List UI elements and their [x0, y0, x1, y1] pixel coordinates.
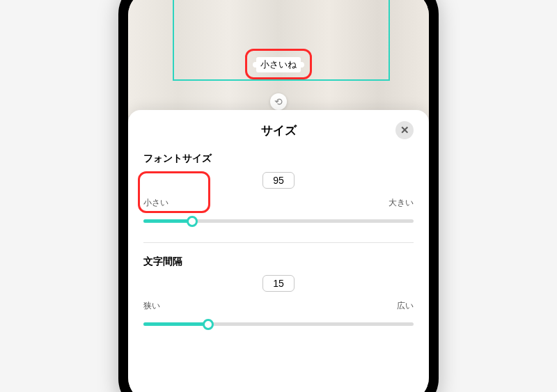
text-element[interactable]: 小さいね — [256, 57, 301, 72]
phone-screen: 小さいね ⟲ サイズ ✕ フォントサイズ 95 小さい 大きい — [128, 0, 429, 392]
slider-thumb[interactable] — [203, 319, 214, 330]
rotate-handle[interactable]: ⟲ — [270, 93, 287, 110]
font-size-value[interactable]: 95 — [262, 172, 295, 189]
letter-spacing-max-label: 広い — [397, 300, 414, 312]
slider-fill — [143, 322, 208, 326]
rotate-icon: ⟲ — [274, 96, 283, 107]
letter-spacing-min-label: 狭い — [143, 300, 160, 312]
font-size-section: フォントサイズ 95 小さい 大きい — [143, 152, 414, 230]
letter-spacing-section: 文字間隔 15 狭い 広い — [143, 256, 414, 333]
slider-thumb[interactable] — [187, 216, 198, 227]
close-button[interactable]: ✕ — [395, 121, 414, 139]
size-bottom-sheet: サイズ ✕ フォントサイズ 95 小さい 大きい — [128, 110, 429, 393]
font-size-slider[interactable] — [143, 213, 414, 230]
font-size-max-label: 大きい — [389, 197, 414, 209]
canvas-area[interactable]: 小さいね ⟲ — [128, 0, 429, 116]
font-size-min-label: 小さい — [143, 197, 168, 209]
slider-fill — [143, 219, 192, 223]
letter-spacing-label: 文字間隔 — [143, 256, 414, 268]
sheet-title: サイズ — [261, 123, 297, 139]
phone-frame: 小さいね ⟲ サイズ ✕ フォントサイズ 95 小さい 大きい — [118, 0, 439, 392]
font-size-label: フォントサイズ — [143, 152, 414, 165]
letter-spacing-value[interactable]: 15 — [262, 275, 295, 292]
letter-spacing-slider[interactable] — [143, 316, 414, 333]
close-icon: ✕ — [400, 124, 409, 136]
sheet-header: サイズ ✕ — [143, 123, 414, 139]
section-divider — [143, 242, 414, 243]
